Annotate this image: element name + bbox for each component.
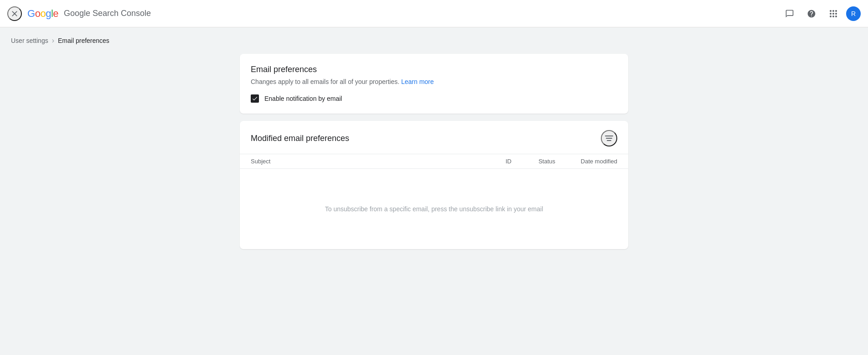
logo-area: G o o g l e Google Search Console	[27, 8, 151, 20]
avatar[interactable]: R	[846, 6, 861, 21]
col-header-subject: Subject	[251, 158, 484, 165]
email-preferences-title: Email preferences	[251, 65, 617, 74]
main-content: Email preferences Changes apply to all e…	[229, 54, 639, 260]
apps-button[interactable]	[824, 5, 842, 23]
filter-lines-icon	[605, 136, 613, 141]
filter-line-1	[605, 136, 613, 136]
col-header-date-modified: Date modified	[563, 158, 617, 165]
breadcrumb-current: Email preferences	[58, 37, 109, 44]
logo-letter-e: e	[53, 8, 58, 20]
breadcrumb: User settings › Email preferences	[0, 27, 868, 54]
filter-button[interactable]	[601, 130, 617, 146]
checkbox-label: Enable notification by email	[264, 95, 342, 102]
learn-more-link[interactable]: Learn more	[401, 78, 434, 85]
email-preferences-subtitle-text: Changes apply to all emails for all of y…	[251, 78, 399, 85]
table-empty-message: To unsubscribe from a specific email, pr…	[251, 205, 617, 213]
google-logo: G o o g l e	[27, 8, 58, 20]
table-header: Subject ID Status Date modified	[240, 154, 628, 169]
modified-email-title: Modified email preferences	[251, 134, 349, 143]
logo-letter-o1: o	[35, 8, 41, 20]
breadcrumb-separator: ›	[52, 37, 54, 45]
filter-line-2	[606, 138, 612, 139]
app-title: Google Search Console	[64, 9, 151, 18]
apps-grid-icon	[830, 10, 837, 17]
col-header-status: Status	[519, 158, 555, 165]
filter-line-3	[607, 140, 611, 141]
logo-letter-g: G	[27, 8, 35, 20]
breadcrumb-parent[interactable]: User settings	[11, 37, 48, 44]
modified-card-header: Modified email preferences	[240, 121, 628, 154]
email-preferences-card: Email preferences Changes apply to all e…	[240, 54, 628, 114]
modified-email-preferences-card: Modified email preferences Subject ID St…	[240, 121, 628, 249]
close-button[interactable]	[7, 6, 22, 21]
feedback-button[interactable]	[780, 5, 799, 23]
logo-letter-g2: g	[46, 8, 51, 20]
email-preferences-subtitle: Changes apply to all emails for all of y…	[251, 78, 617, 85]
logo-letter-o2: o	[40, 8, 46, 20]
header-icons: R	[780, 5, 861, 23]
enable-notification-checkbox[interactable]: Enable notification by email	[251, 94, 617, 103]
app-header: G o o g l e Google Search Console	[0, 0, 868, 27]
checkbox-checked-icon	[251, 94, 259, 103]
table-empty-state: To unsubscribe from a specific email, pr…	[240, 169, 628, 249]
col-header-id: ID	[484, 158, 512, 165]
help-button[interactable]	[802, 5, 821, 23]
